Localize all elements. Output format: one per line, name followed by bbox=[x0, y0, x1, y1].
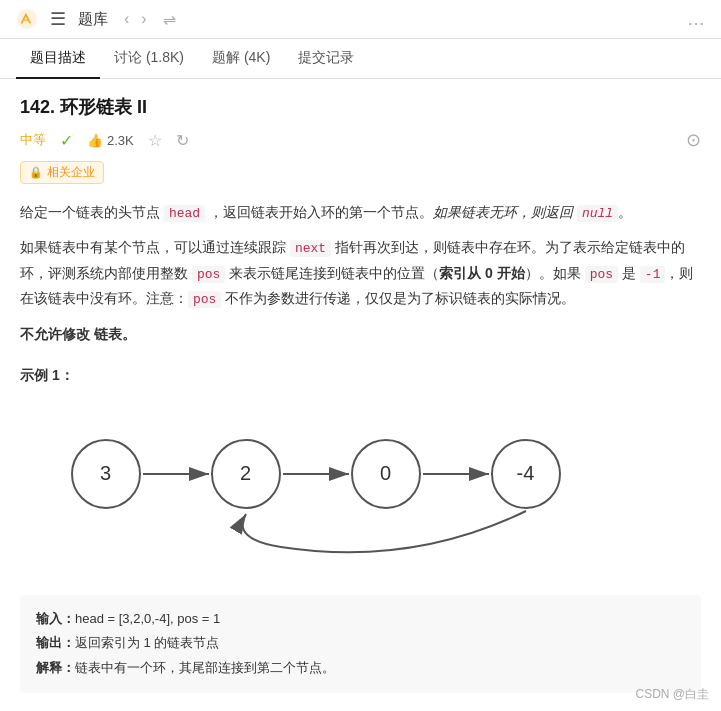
top-bar: ☰ 题库 ‹ › ⇌ … bbox=[0, 0, 721, 39]
tab-solution[interactable]: 题解 (4K) bbox=[198, 39, 284, 79]
io-input: 输入：head = [3,2,0,-4], pos = 1 bbox=[36, 607, 685, 632]
code-head: head bbox=[164, 205, 205, 222]
io-explain-label: 解释： bbox=[36, 660, 75, 675]
company-tag[interactable]: 🔒 相关企业 bbox=[20, 161, 104, 184]
more-options-icon[interactable]: … bbox=[687, 9, 705, 30]
code-pos2: pos bbox=[585, 266, 618, 283]
desc-p1-text1: 给定一个链表的头节点 bbox=[20, 204, 164, 220]
desc-p1-text2: ，返回链表开始入环的第一个节点。 bbox=[205, 204, 433, 220]
io-output-value: 返回索引为 1 的链表节点 bbox=[75, 635, 219, 650]
problem-number: 142. bbox=[20, 97, 55, 117]
tabs-bar: 题目描述 讨论 (1.8K) 题解 (4K) 提交记录 bbox=[0, 39, 721, 79]
example-title: 示例 1： bbox=[20, 367, 701, 385]
desc-paragraph-1: 给定一个链表的头节点 head ，返回链表开始入环的第一个节点。如果链表无环，则… bbox=[20, 200, 701, 225]
logo-icon bbox=[16, 8, 38, 30]
io-input-label: 输入： bbox=[36, 611, 75, 626]
io-explain: 解释：链表中有一个环，其尾部连接到第二个节点。 bbox=[36, 656, 685, 681]
code-next: next bbox=[290, 240, 331, 257]
check-icon: ✓ bbox=[60, 131, 73, 150]
csdn-credit: CSDN @白圭 bbox=[635, 686, 709, 703]
io-output: 输出：返回索引为 1 的链表节点 bbox=[36, 631, 685, 656]
code-pos: pos bbox=[192, 266, 225, 283]
desc-paragraph-3: 不允许修改 链表。 bbox=[20, 322, 701, 347]
io-explain-value: 链表中有一个环，其尾部连接到第二个节点。 bbox=[75, 660, 335, 675]
star-icon[interactable]: ☆ bbox=[148, 131, 162, 150]
menu-icon[interactable]: ☰ bbox=[50, 8, 66, 30]
desc-p1-italic: 如果链表无环，则返回 bbox=[433, 204, 577, 220]
desc-p1-end: 。 bbox=[618, 204, 632, 220]
code-null: null bbox=[577, 205, 618, 222]
like-count: 👍 2.3K bbox=[87, 133, 134, 148]
svg-point-0 bbox=[17, 9, 37, 29]
tab-discussion[interactable]: 讨论 (1.8K) bbox=[100, 39, 198, 79]
io-input-value: head = [3,2,0,-4], pos = 1 bbox=[75, 611, 220, 626]
shuffle-icon[interactable]: ⇌ bbox=[163, 10, 176, 29]
problem-title: 142. 环形链表 II bbox=[20, 95, 701, 119]
tab-submissions[interactable]: 提交记录 bbox=[284, 39, 368, 79]
refresh-icon[interactable]: ↻ bbox=[176, 131, 189, 150]
tab-description[interactable]: 题目描述 bbox=[16, 39, 100, 79]
meta-row: 中等 ✓ 👍 2.3K ☆ ↻ ⊙ bbox=[20, 129, 701, 151]
topbar-title: 题库 bbox=[78, 10, 108, 29]
thumbs-up-icon: 👍 bbox=[87, 133, 103, 148]
problem-name: 环形链表 II bbox=[60, 97, 147, 117]
diagram-svg bbox=[51, 399, 671, 579]
lock-icon: 🔒 bbox=[29, 166, 43, 179]
prev-arrow-icon[interactable]: ‹ bbox=[120, 8, 133, 30]
difficulty-badge: 中等 bbox=[20, 131, 46, 149]
content-area: 142. 环形链表 II 中等 ✓ 👍 2.3K ☆ ↻ ⊙ 🔒 相关企业 给定… bbox=[0, 79, 721, 709]
io-output-label: 输出： bbox=[36, 635, 75, 650]
example-section: 示例 1： 3 2 0 -4 bbox=[20, 367, 701, 693]
problem-description: 给定一个链表的头节点 head ，返回链表开始入环的第一个节点。如果链表无环，则… bbox=[20, 200, 701, 347]
example-io: 输入：head = [3,2,0,-4], pos = 1 输出：返回索引为 1… bbox=[20, 595, 701, 693]
desc-paragraph-2: 如果链表中有某个节点，可以通过连续跟踪 next 指针再次到达，则链表中存在环。… bbox=[20, 235, 701, 311]
diagram-area: 3 2 0 -4 bbox=[51, 399, 671, 579]
code-pos3: pos bbox=[188, 291, 221, 308]
code-neg1: -1 bbox=[640, 266, 666, 283]
company-tag-label: 相关企业 bbox=[47, 164, 95, 181]
ellipsis-icon[interactable]: ⊙ bbox=[686, 129, 701, 151]
next-arrow-icon[interactable]: › bbox=[137, 8, 150, 30]
nav-arrows: ‹ › bbox=[120, 8, 151, 30]
